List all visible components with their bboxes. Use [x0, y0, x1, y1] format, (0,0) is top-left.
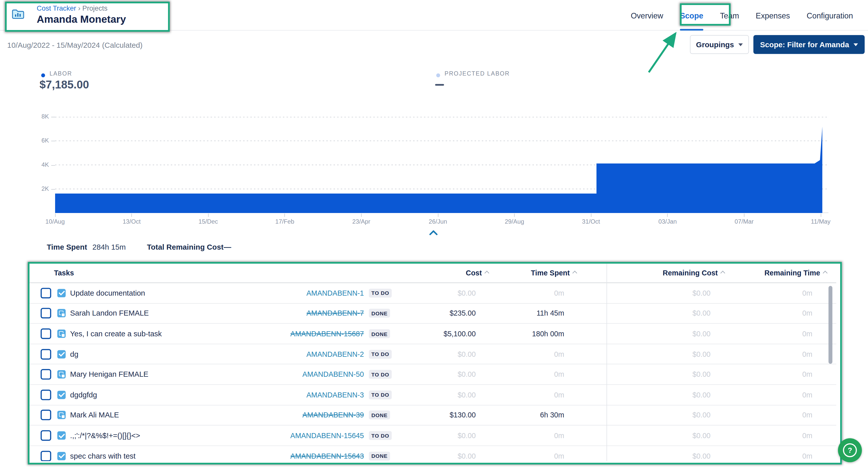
table-row: Mark Ali MALEAMANDABENN-39DONE$130.006h …: [30, 405, 836, 426]
x-axis-tick: [131, 214, 132, 217]
status-badge: TO DO: [369, 390, 392, 399]
time-spent-value: 0m: [554, 431, 564, 440]
subtask-type-icon: [57, 329, 66, 338]
time-spent-value: 0m: [554, 370, 564, 379]
x-axis-tick-label: 03/Jan: [645, 218, 690, 225]
subtask-type-icon: [57, 309, 66, 318]
row-checkbox[interactable]: [41, 369, 51, 380]
column-header-cost[interactable]: Cost: [466, 269, 489, 277]
page-title: Amanda Monetary: [37, 13, 126, 26]
remaining-time-value: 0m: [802, 329, 812, 338]
task-type-icon: [57, 350, 66, 358]
cost-value: $0.00: [458, 452, 476, 460]
table-row: spec chars with testAMANDABENN-15643DONE…: [30, 446, 836, 461]
groupings-button[interactable]: Groupings: [690, 35, 749, 54]
remaining-time-value: 0m: [802, 370, 812, 379]
issue-key-link[interactable]: AMANDABENN-3: [306, 391, 364, 399]
status-badge: DONE: [369, 411, 390, 420]
row-checkbox[interactable]: [41, 328, 51, 339]
table-row: Update documentationAMANDABENN-1TO DO$0.…: [30, 283, 836, 304]
question-mark-icon: ?: [843, 443, 857, 457]
tab-configuration[interactable]: Configuration: [807, 0, 853, 31]
nav-tabs: Overview Scope Team Expenses Configurati…: [631, 0, 853, 31]
row-checkbox[interactable]: [41, 349, 51, 359]
time-spent-value: 0m: [554, 452, 564, 460]
remaining-cost-value: $0.00: [692, 309, 711, 318]
x-axis-tick: [361, 214, 362, 217]
column-header-remaining-time[interactable]: Remaining Time: [764, 269, 827, 277]
issue-key-link[interactable]: AMANDABENN-7: [306, 309, 364, 318]
remaining-cost-value: $0.00: [692, 411, 711, 419]
breadcrumb-app-link[interactable]: Cost Tracker: [37, 5, 76, 12]
x-axis-tick-label: 17/Feb: [262, 218, 307, 225]
table-row: Mary Henigan FEMALEAMANDABENN-50TO DO$0.…: [30, 365, 836, 385]
task-name: spec chars with test: [70, 452, 135, 460]
labor-legend-label: LABOR: [50, 70, 72, 76]
scope-filter-button[interactable]: Scope: Filter for Amanda: [753, 35, 865, 54]
issue-key-link[interactable]: AMANDABENN-15645: [290, 431, 364, 440]
groupings-button-label: Groupings: [696, 40, 734, 49]
remaining-cost-value: $0.00: [692, 289, 711, 297]
x-axis-tick-label: 29/Aug: [492, 218, 537, 225]
time-spent-value: 11h 45m: [537, 309, 564, 318]
table-header: Tasks Cost Time Spent Remaining Cost Rem…: [30, 263, 836, 282]
time-spent-value: 284h 15m: [92, 243, 126, 251]
row-checkbox[interactable]: [41, 450, 51, 461]
cost-value: $0.00: [458, 391, 476, 399]
x-axis-tick-label: 11/May: [799, 218, 843, 225]
row-checkbox[interactable]: [41, 410, 51, 420]
sort-asc-icon: [823, 271, 828, 276]
breadcrumb-separator: ›: [78, 5, 81, 12]
date-range: 10/Aug/2022 - 15/May/2024 (Calculated): [7, 41, 143, 50]
help-button[interactable]: ?: [838, 438, 862, 462]
status-badge: TO DO: [369, 370, 392, 379]
chart-plot-area: [55, 117, 829, 214]
tab-overview[interactable]: Overview: [631, 0, 663, 31]
status-badge: DONE: [369, 309, 390, 318]
subtask-type-icon: [57, 370, 66, 379]
remaining-cost-value: $0.00: [692, 431, 711, 440]
x-axis-tick: [820, 214, 821, 217]
tab-scope[interactable]: Scope: [680, 0, 703, 31]
issue-key-link[interactable]: AMANDABENN-39: [302, 411, 364, 419]
task-name: Update documentation: [70, 289, 145, 297]
table-scrollbar[interactable]: [829, 286, 832, 364]
row-checkbox[interactable]: [41, 430, 51, 441]
x-axis-tick-label: 13/Oct: [110, 218, 154, 225]
issue-key-link[interactable]: AMANDABENN-50: [302, 370, 364, 379]
collapse-chart-caret-icon[interactable]: [428, 228, 439, 238]
tab-expenses[interactable]: Expenses: [756, 0, 790, 31]
task-name: dg: [70, 350, 79, 358]
projected-labor-legend-dot: [436, 73, 440, 77]
remaining-time-value: 0m: [802, 411, 812, 419]
x-axis-tick-label: 23/Apr: [339, 218, 383, 225]
status-badge: DONE: [369, 451, 390, 460]
tab-team[interactable]: Team: [720, 0, 739, 31]
table-row: dgAMANDABENN-2TO DO$0.000m$0.000m: [30, 344, 836, 365]
projected-labor-legend-label: PROJECTED LABOR: [445, 70, 510, 76]
issue-key-link[interactable]: AMANDABENN-15687: [290, 329, 364, 338]
time-spent-label: Time Spent: [47, 243, 87, 251]
column-header-remaining-cost[interactable]: Remaining Cost: [663, 269, 724, 277]
issue-key-link[interactable]: AMANDABENN-1: [306, 289, 364, 297]
table-row: .,;':/*|?&%$!+=()[]{}<>AMANDABENN-15645T…: [30, 426, 836, 446]
remaining-cost-value: $0.00: [692, 452, 711, 460]
x-axis-tick: [55, 214, 55, 217]
x-axis-tick-label: 26/Jun: [415, 218, 460, 225]
time-spent-value: 0m: [554, 350, 564, 358]
table-body: Update documentationAMANDABENN-1TO DO$0.…: [30, 283, 836, 461]
row-checkbox[interactable]: [41, 308, 51, 319]
task-type-icon: [57, 289, 66, 297]
y-axis-tick: [51, 141, 55, 141]
row-checkbox[interactable]: [41, 288, 51, 298]
column-header-time-spent[interactable]: Time Spent: [531, 269, 576, 277]
remaining-cost-value: $0.00: [692, 350, 711, 358]
remaining-time-value: 0m: [802, 391, 812, 399]
remaining-time-value: 0m: [802, 309, 812, 318]
task-type-icon: [57, 452, 66, 460]
task-name: Sarah Landon FEMALE: [70, 309, 149, 318]
issue-key-link[interactable]: AMANDABENN-2: [306, 350, 364, 358]
row-checkbox[interactable]: [41, 389, 51, 400]
x-axis-tick: [208, 214, 209, 217]
issue-key-link[interactable]: AMANDABENN-15643: [290, 452, 364, 460]
